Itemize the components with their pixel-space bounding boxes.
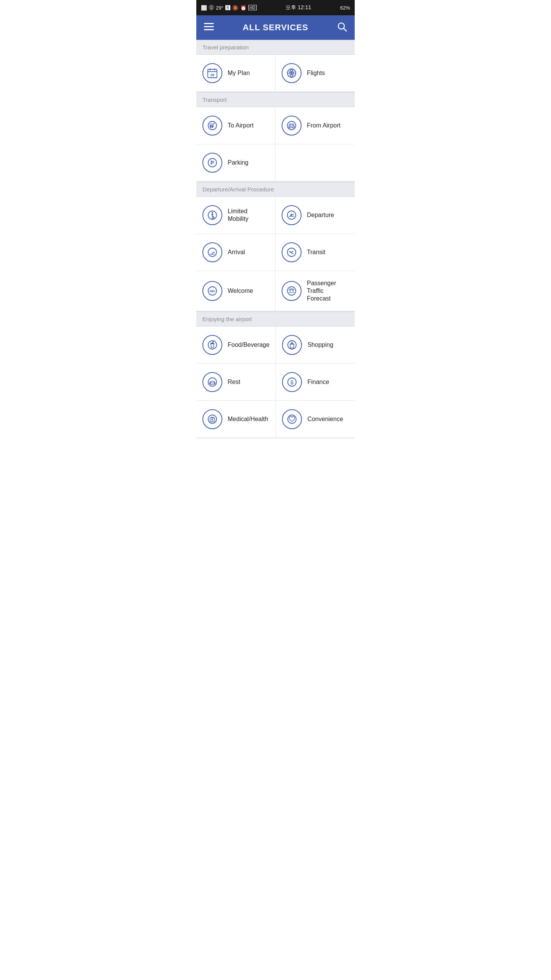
food-icon: [202, 335, 222, 355]
svg-point-31: [287, 287, 296, 295]
from-airport-label: From Airport: [307, 122, 341, 129]
medical-icon: [202, 409, 222, 429]
handshake-icon: [202, 281, 222, 301]
medical-health-label: Medical/Health: [228, 415, 268, 423]
svg-line-14: [212, 127, 213, 128]
svg-point-28: [208, 248, 217, 256]
status-left-icons: ⬜ⓖ29°🅱🔕⏰HD: [201, 4, 257, 11]
menu-item-transit[interactable]: Transit: [276, 234, 355, 271]
welcome-label: Welcome: [228, 287, 253, 295]
svg-text:28: 28: [210, 73, 214, 77]
page-title: ALL SERVICES: [243, 23, 308, 33]
menu-item-limited-mobility[interactable]: Limited Mobility: [196, 197, 276, 234]
svg-line-4: [344, 28, 347, 31]
arrival-label: Arrival: [228, 248, 245, 256]
menu-item-shopping[interactable]: Shopping: [276, 327, 355, 364]
svg-rect-2: [204, 29, 214, 30]
svg-point-26: [212, 217, 214, 219]
menu-item-departure[interactable]: Departure: [276, 197, 355, 234]
menu-item-welcome[interactable]: Welcome: [196, 271, 276, 311]
departure-arrival-grid: Limited Mobility Departure Arrival: [196, 197, 355, 312]
convenience-label: Convenience: [307, 415, 343, 423]
svg-point-32: [289, 289, 291, 291]
rest-label: Rest: [228, 378, 240, 386]
accessibility-icon: [202, 205, 222, 225]
svg-point-3: [338, 23, 344, 29]
svg-point-33: [292, 289, 294, 291]
departure-icon: [282, 205, 302, 225]
svg-point-16: [210, 126, 211, 127]
menu-item-medical-health[interactable]: Medical/Health: [196, 401, 276, 438]
limited-mobility-label: Limited Mobility: [228, 207, 269, 223]
transit-label: Transit: [307, 248, 325, 256]
menu-item-arrival[interactable]: Arrival: [196, 234, 276, 271]
search-button[interactable]: [337, 22, 347, 33]
svg-text:P: P: [210, 160, 214, 166]
section-travel-preparation: Travel preparation: [196, 40, 355, 55]
menu-item-finance[interactable]: $ Finance: [276, 364, 355, 401]
convenience-icon: [282, 409, 302, 429]
arrival-icon: [202, 242, 222, 262]
section-departure-arrival: Departure/Arrival Procedure: [196, 182, 355, 197]
from-airport-icon: [282, 116, 302, 136]
menu-item-my-plan[interactable]: 28 My Plan: [196, 55, 276, 92]
shopping-icon: [282, 335, 302, 355]
svg-rect-1: [204, 26, 214, 27]
shopping-label: Shopping: [307, 341, 333, 349]
parking-label: Parking: [228, 159, 248, 167]
svg-rect-0: [204, 23, 214, 24]
section-transport: Transport: [196, 92, 355, 107]
food-beverage-label: Food/Beverage: [228, 341, 269, 349]
menu-item-rest[interactable]: Rest: [196, 364, 276, 401]
empty-cell: [276, 144, 355, 181]
menu-item-convenience[interactable]: Convenience: [276, 401, 355, 438]
menu-item-from-airport[interactable]: From Airport: [276, 107, 355, 144]
menu-button[interactable]: [204, 23, 214, 32]
svg-point-20: [292, 127, 294, 128]
my-plan-label: My Plan: [228, 69, 250, 77]
finance-icon: $: [282, 372, 302, 392]
svg-point-18: [287, 121, 296, 130]
flights-label: Flights: [307, 69, 325, 77]
rest-icon: [202, 372, 222, 392]
to-airport-label: To Airport: [228, 122, 254, 129]
status-time: 오후 12:11: [285, 4, 311, 11]
crowd-icon: [282, 281, 302, 301]
svg-rect-38: [291, 342, 293, 343]
transit-icon: [282, 242, 302, 262]
travel-preparation-grid: 28 My Plan Flights: [196, 55, 355, 92]
to-airport-icon: [202, 116, 222, 136]
finance-label: Finance: [307, 378, 329, 386]
menu-item-flights[interactable]: Flights: [276, 55, 355, 92]
calendar-icon: 28: [202, 63, 222, 83]
status-bar: ⬜ⓖ29°🅱🔕⏰HD 오후 12:11 62%: [196, 0, 355, 15]
transport-grid: To Airport From Airport P Parking: [196, 107, 355, 182]
plane-icon: [282, 63, 302, 83]
svg-point-19: [289, 127, 291, 128]
parking-icon: P: [202, 153, 222, 173]
svg-point-46: [288, 415, 296, 423]
enjoying-airport-grid: Food/Beverage Shopping: [196, 327, 355, 438]
menu-item-parking[interactable]: P Parking: [196, 144, 276, 181]
menu-item-to-airport[interactable]: To Airport: [196, 107, 276, 144]
svg-point-34: [291, 289, 292, 290]
svg-text:$: $: [290, 379, 293, 385]
svg-point-17: [212, 126, 213, 127]
menu-item-passenger-traffic[interactable]: Passenger Traffic Forecast: [276, 271, 355, 311]
status-right-icons: 62%: [340, 5, 350, 11]
menu-item-food-beverage[interactable]: Food/Beverage: [196, 327, 276, 364]
app-header: ALL SERVICES: [196, 15, 355, 40]
section-enjoying-airport: Enjoying the airport: [196, 312, 355, 327]
passenger-traffic-label: Passenger Traffic Forecast: [307, 279, 349, 302]
svg-point-39: [208, 378, 217, 386]
departure-label: Departure: [307, 211, 334, 219]
svg-line-13: [210, 127, 211, 128]
